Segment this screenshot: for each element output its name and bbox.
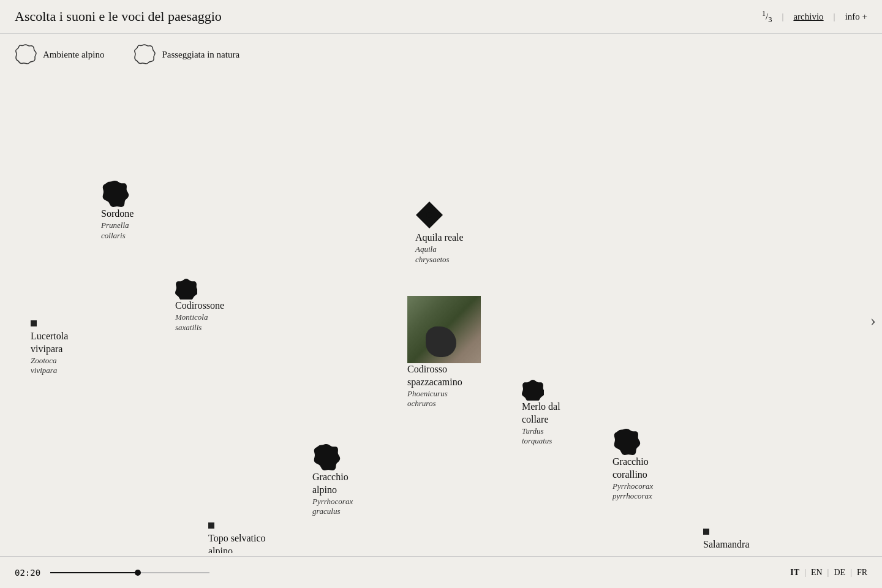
gracchio-alpino-latin: Pyrrhocoraxgraculus (312, 497, 353, 518)
gracchio-alpino-icon (312, 443, 341, 471)
aquila-icon (415, 201, 443, 229)
lang-de[interactable]: DE (834, 568, 845, 578)
language-switcher: IT | EN | DE | FR (790, 568, 867, 578)
progress-bar[interactable] (50, 572, 209, 573)
lang-fr[interactable]: FR (857, 568, 867, 578)
tags-row: Ambiente alpino Passeggiata in natura (0, 34, 882, 75)
tag-alpino-icon (15, 43, 37, 66)
lang-divider-1: | (804, 568, 806, 578)
lang-divider-2: | (827, 568, 829, 578)
gracchio-alpino-name: Gracchioalpino (312, 471, 349, 497)
svg-point-0 (426, 212, 432, 218)
lang-en[interactable]: EN (811, 568, 823, 578)
lang-it[interactable]: IT (790, 568, 799, 578)
info-link[interactable]: info + (845, 12, 867, 22)
species-codirossone[interactable]: Codirossone Monticolasaxatilis (175, 277, 224, 333)
salamandra-name: Salamandranera (703, 538, 750, 553)
species-sordone[interactable]: Sordone Prunellacollaris (101, 179, 134, 241)
sordone-latin: Prunellacollaris (101, 221, 129, 241)
page-title: Ascolta i suoni e le voci del paesaggio (15, 9, 222, 24)
codirosso-name: Codirossospazzacamino (407, 363, 462, 389)
tag-passeggiata[interactable]: Passeggiata in natura (134, 43, 239, 66)
species-salamandra[interactable]: Salamandranera Salamandra atra (703, 529, 757, 553)
topo-icon (208, 522, 214, 529)
bottom-bar: 02:20 IT | EN | DE | FR (0, 556, 882, 588)
aquila-name: Aquila reale (415, 232, 464, 244)
progress-fill (50, 572, 138, 573)
sordone-icon (101, 179, 129, 208)
time-display: 02:20 (15, 568, 40, 578)
salamandra-icon (703, 529, 709, 535)
divider-1: | (782, 12, 783, 22)
lucertola-latin: Zootocavivipara (31, 356, 57, 377)
codirossone-latin: Monticolasaxatilis (175, 312, 208, 333)
header: Ascolta i suoni e le voci del paesaggio … (0, 0, 882, 34)
header-right: 1/3 | archivio | info + (762, 9, 867, 24)
species-merlo[interactable]: Merlo dalcollare Turdustorquatus (522, 379, 560, 447)
codirossone-icon (175, 277, 197, 300)
gracchio-corallino-name: Gracchiocorallino (612, 456, 649, 481)
merlo-icon (522, 379, 544, 401)
sordone-name: Sordone (101, 208, 134, 221)
lucertola-name: Lucertolavivipara (31, 330, 68, 356)
species-aquila[interactable]: Aquila reale Aquilachrysaetos (415, 201, 464, 265)
main-area: Sordone Prunellacollaris Codirossone Mon… (0, 75, 882, 553)
codirosso-photo (407, 296, 481, 363)
lucertola-icon (31, 320, 37, 326)
species-gracchio-corallino[interactable]: Gracchiocorallino Pyrrhocoraxpyrrhocorax (612, 428, 653, 502)
gracchio-corallino-latin: Pyrrhocoraxpyrrhocorax (612, 481, 653, 502)
topo-name: Topo selvaticoalpino (208, 532, 266, 553)
species-lucertola[interactable]: Lucertolavivipara Zootocavivipara (31, 320, 68, 376)
species-topo[interactable]: Topo selvaticoalpino Apodemus alpicola (208, 522, 270, 553)
aquila-latin: Aquilachrysaetos (415, 244, 450, 265)
codirossone-name: Codirossone (175, 300, 224, 312)
codirosso-latin: Phoenicurusochruros (407, 389, 448, 410)
merlo-latin: Turdustorquatus (522, 426, 552, 447)
species-gracchio-alpino[interactable]: Gracchioalpino Pyrrhocoraxgraculus (312, 443, 353, 517)
tag-passeggiata-label: Passeggiata in natura (162, 50, 239, 60)
divider-2: | (834, 12, 835, 22)
gracchio-corallino-icon (612, 428, 641, 456)
tag-alpino[interactable]: Ambiente alpino (15, 43, 104, 66)
playback-area: 02:20 (15, 568, 209, 578)
lang-divider-3: | (850, 568, 852, 578)
archivio-link[interactable]: archivio (793, 12, 823, 22)
progress-dot (135, 570, 141, 576)
tag-alpino-label: Ambiente alpino (43, 50, 104, 60)
page-counter: 1/3 (762, 9, 772, 24)
merlo-name: Merlo dalcollare (522, 401, 560, 426)
next-arrow[interactable]: › (870, 311, 876, 330)
species-codirosso[interactable]: Codirossospazzacamino Phoenicurusochruro… (407, 296, 481, 409)
tag-passeggiata-icon (134, 43, 156, 66)
